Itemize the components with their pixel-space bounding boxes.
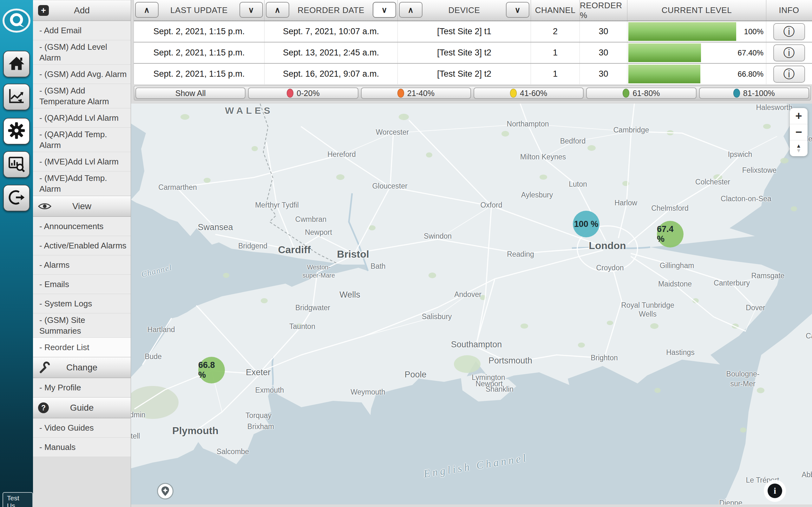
wrench-icon (38, 361, 50, 374)
legend-color-dot (733, 89, 740, 98)
info-icon: ⓘ (783, 47, 795, 59)
site-level-marker[interactable]: 66.8 % (198, 357, 225, 383)
info-icon: ⓘ (783, 68, 795, 80)
menu-item[interactable]: - Active/Enabled Alarms (33, 236, 131, 256)
legend-color-dot (623, 89, 629, 98)
menu-item[interactable]: - (GSM) Add Avg. Alarm (33, 65, 131, 84)
cell-device: [Test Site 3] t2 (398, 43, 531, 63)
cell-reorder-pct: 30 (580, 21, 627, 42)
test-us-button[interactable]: Test Us... (3, 492, 33, 507)
logout-icon (7, 188, 26, 208)
menu-item[interactable]: - System Logs (33, 294, 131, 314)
legend-filter-button[interactable]: 0-20% (248, 88, 358, 99)
column-last-update: ∧ LAST UPDATE ∨ (134, 0, 264, 20)
cell-reorder-date: Sept. 7, 2021, 10:07 a.m. (264, 21, 398, 42)
cell-current-level: 66.80% (627, 64, 766, 84)
menu-item[interactable]: - (GSM) Add Level Alarm (33, 40, 131, 65)
table-row: Sept. 2, 2021, 1:15 p.m. Sept. 13, 2021,… (134, 42, 812, 63)
column-current-level: CURRENT LEVEL (627, 0, 766, 20)
menu-item[interactable]: - Emails (33, 275, 131, 294)
menu-item[interactable]: - My Profile (33, 378, 131, 397)
cell-info: ⓘ (766, 64, 812, 84)
menu-item[interactable]: - (GSM) Site Summaries (33, 314, 131, 338)
statistics-button[interactable] (3, 83, 30, 110)
menu-item[interactable]: - Alarms (33, 256, 131, 275)
level-bar (628, 65, 700, 83)
legend-filter-button[interactable]: 21-40% (361, 88, 471, 99)
site-level-marker[interactable]: 100 % (573, 211, 600, 237)
app-window: Test Us... + Add - Add Email- (GSM) Add … (0, 0, 812, 507)
settings-button[interactable] (3, 118, 30, 145)
tilt-down-icon: ▼ (796, 148, 802, 153)
sort-desc-button[interactable]: ∨ (373, 2, 396, 18)
app-logo-icon (2, 8, 31, 33)
report-search-icon (7, 155, 26, 174)
menu-item[interactable]: - (GSM) Add Temperature Alarm (33, 84, 131, 108)
table-row: Sept. 2, 2021, 1:15 p.m. Sept. 16, 2021,… (134, 63, 812, 84)
menu-section-guide: ? Guide (33, 397, 131, 418)
menu-item[interactable]: - Announcements (33, 217, 131, 236)
zoom-in-button[interactable]: + (790, 108, 808, 124)
map-canvas[interactable]: WALESHalesworthWorcesterNorthamptonCambr… (131, 104, 812, 504)
cell-current-level: 67.40% (627, 43, 766, 63)
mapbox-logo[interactable] (157, 483, 174, 500)
cell-reorder-pct: 30 (580, 64, 627, 84)
menu-section-change: Change (33, 357, 131, 378)
map-attribution: i (764, 480, 786, 502)
cell-channel: 1 (531, 43, 580, 63)
tilt-control[interactable]: ▲ ▼ (790, 140, 808, 156)
home-button[interactable] (3, 51, 30, 77)
nav-rail: Test Us... (0, 0, 33, 507)
legend-color-dot (397, 89, 404, 98)
line-chart-icon (7, 87, 26, 107)
column-reorder-date: ∧ REORDER DATE ∨ (264, 0, 398, 20)
info-icon: ⓘ (783, 26, 795, 38)
legend-filter-button[interactable]: Show All (136, 88, 246, 99)
level-bar (628, 43, 701, 62)
menu-item[interactable]: - (MVE)Add Lvl Alarm (33, 152, 131, 171)
site-level-marker[interactable]: 67.4 % (657, 221, 683, 247)
menu-item[interactable]: - Reorder List (33, 338, 131, 357)
table-body: Sept. 2, 2021, 1:15 p.m. Sept. 7, 2021, … (134, 21, 812, 84)
level-bar (628, 22, 736, 41)
sort-asc-button[interactable]: ∧ (135, 2, 159, 18)
map-zoom-control: + − ▲ ▼ (790, 108, 808, 156)
menu-item[interactable]: - (MVE)Add Temp. Alarm (33, 171, 131, 196)
cell-device: [Test Site 2] t2 (398, 64, 531, 84)
info-button[interactable]: ⓘ (773, 44, 805, 61)
home-icon (7, 54, 26, 74)
info-button[interactable]: ⓘ (773, 23, 805, 40)
cell-last-update: Sept. 2, 2021, 1:15 p.m. (134, 43, 264, 63)
info-button[interactable]: ⓘ (773, 66, 805, 83)
legend-filter-button[interactable]: 81-100% (699, 88, 809, 99)
menu-item[interactable]: - Video Guides (33, 418, 131, 438)
side-menu: + Add - Add Email- (GSM) Add Level Alarm… (33, 0, 131, 507)
reorder-table: ∧ LAST UPDATE ∨ ∧ REORDER DATE ∨ ∧ DEVIC… (134, 0, 812, 84)
cell-last-update: Sept. 2, 2021, 1:15 p.m. (134, 64, 264, 84)
cell-info: ⓘ (766, 21, 812, 42)
cell-reorder-date: Sept. 16, 2021, 9:07 a.m. (264, 64, 398, 84)
cell-last-update: Sept. 2, 2021, 1:15 p.m. (134, 21, 264, 42)
gear-icon (7, 121, 26, 141)
attribution-info-button[interactable]: i (768, 484, 782, 498)
cell-reorder-date: Sept. 13, 2021, 2:45 a.m. (264, 43, 398, 63)
sort-asc-button[interactable]: ∧ (266, 2, 289, 18)
sort-desc-button[interactable]: ∨ (506, 2, 529, 18)
menu-item[interactable]: - Manuals (33, 438, 131, 457)
sort-desc-button[interactable]: ∨ (240, 2, 263, 18)
sort-asc-button[interactable]: ∧ (399, 2, 422, 18)
legend-filter-button[interactable]: 41-60% (473, 88, 583, 99)
cell-channel: 2 (531, 21, 580, 42)
menu-item[interactable]: - Add Email (33, 21, 131, 40)
menu-item[interactable]: - (QAR)Add Temp. Alarm (33, 128, 131, 152)
logout-button[interactable] (3, 185, 30, 211)
menu-view-items: - Announcements- Active/Enabled Alarms- … (33, 217, 131, 357)
level-percent-label: 67.40% (738, 43, 763, 63)
zoom-out-button[interactable]: − (790, 124, 808, 140)
table-header-row: ∧ LAST UPDATE ∨ ∧ REORDER DATE ∨ ∧ DEVIC… (134, 0, 812, 21)
legend-color-dot (287, 89, 293, 98)
menu-item[interactable]: - (QAR)Add Lvl Alarm (33, 108, 131, 128)
legend-filter-button[interactable]: 61-80% (586, 88, 696, 99)
menu-section-add: + Add (33, 0, 131, 21)
reports-button[interactable] (3, 151, 30, 178)
